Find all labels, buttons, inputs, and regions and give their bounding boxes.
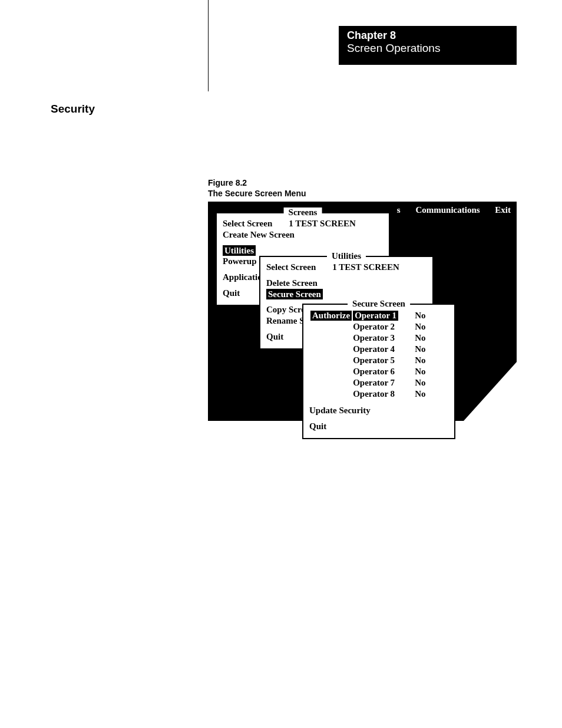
figure-corner-cut [464,362,517,421]
op-value: No [415,378,425,388]
authorize-label: Authorize [310,311,352,321]
op-name: Operator 1 [353,311,398,321]
menu-communications[interactable]: Communications [415,205,480,215]
op-value: No [415,322,425,332]
op-name: Operator 6 [353,367,414,377]
secure-screen-title: Secure Screen [348,299,410,309]
op-row[interactable]: Operator 8No [310,389,425,399]
op-name: Operator 7 [353,378,414,388]
op-value: No [415,355,425,365]
screens-select-row[interactable]: Select Screen 1 TEST SCREEN [223,218,383,229]
op-row[interactable]: Operator 7No [310,378,425,388]
chapter-title: Screen Operations [347,42,508,55]
select-screen-label: Select Screen [223,218,272,229]
utilities-panel-title: Utilities [327,251,366,261]
op-row[interactable]: Authorize Operator 1 No [310,311,425,321]
delete-screen[interactable]: Delete Screen [266,278,427,289]
op-row[interactable]: Operator 6No [310,367,425,377]
op-name: Operator 4 [353,344,414,354]
chapter-number: Chapter 8 [347,29,508,42]
op-value: No [415,311,425,321]
op-value: No [415,344,425,354]
op-name: Operator 8 [353,389,414,399]
create-new-screen[interactable]: Create New Screen [223,229,383,241]
selected-screen-name: 1 TEST SCREEN [289,218,356,229]
figure-number: Figure 8.2 [208,177,306,188]
secure-screen-item[interactable]: Secure Screen [266,289,427,300]
op-value: No [415,367,425,377]
update-security[interactable]: Update Security [309,405,448,416]
chapter-header: Chapter 8 Screen Operations [339,26,517,65]
op-row[interactable]: Operator 5No [310,355,425,365]
op-name: Operator 3 [353,333,414,343]
secure-screen-panel: Secure Screen Authorize Operator 1 No Op… [302,304,455,439]
vertical-rule [208,0,209,91]
utilities-select-label: Select Screen [266,262,316,273]
secure-quit[interactable]: Quit [309,421,448,432]
menu-fragment[interactable]: s [397,205,401,215]
operator-table: Authorize Operator 1 No Operator 2No Ope… [309,309,427,400]
menu-exit[interactable]: Exit [495,205,511,215]
figure-screenshot: s Communications Exit Screens Select Scr… [208,202,517,421]
figure-caption: Figure 8.2 The Secure Screen Menu [208,177,306,199]
op-row[interactable]: Operator 4No [310,344,425,354]
op-value: No [415,333,425,343]
op-name: Operator 5 [353,355,414,365]
op-value: No [415,389,425,399]
op-name: Operator 2 [353,322,414,332]
op-row[interactable]: Operator 2No [310,322,425,332]
section-heading: Security [51,103,95,116]
op-row[interactable]: Operator 3No [310,333,425,343]
utilities-select-row[interactable]: Select Screen 1 TEST SCREEN [266,262,427,273]
menu-bar: s Communications Exit [384,205,511,215]
figure-title: The Secure Screen Menu [208,188,306,199]
screens-panel-title: Screens [284,207,322,218]
utilities-selected-screen: 1 TEST SCREEN [332,262,399,273]
